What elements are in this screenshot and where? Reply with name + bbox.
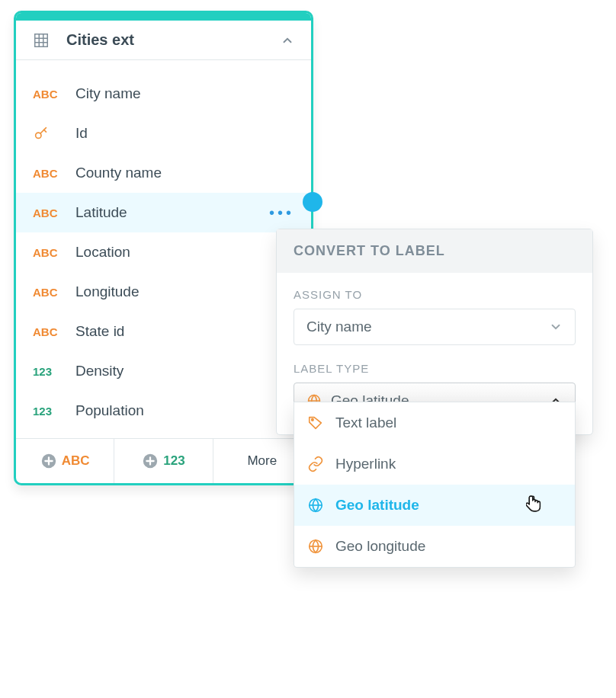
abc-type-icon: ABC xyxy=(33,207,62,219)
footer-123-label: 123 xyxy=(163,453,184,469)
dropdown-option-label: Geo longitude xyxy=(335,538,425,555)
add-abc-button[interactable]: ABC xyxy=(16,439,114,483)
dropdown-option[interactable]: Geo longitude xyxy=(294,526,575,567)
footer-abc-label: ABC xyxy=(62,453,90,469)
field-name-label: Population xyxy=(75,402,294,419)
field-row[interactable]: ABCLocation••• xyxy=(16,232,311,272)
popup-header: CONVERT TO LABEL xyxy=(277,229,592,273)
dropdown-option[interactable]: Geo latitude xyxy=(294,485,575,526)
dropdown-option[interactable]: Hyperlink xyxy=(294,443,575,485)
globe-icon xyxy=(306,538,325,555)
abc-type-icon: ABC xyxy=(33,246,62,259)
key-icon xyxy=(33,125,62,142)
table-icon xyxy=(33,32,50,49)
link-icon xyxy=(306,456,325,472)
assign-to-label: ASSIGN TO xyxy=(294,288,576,301)
panel-title: Cities ext xyxy=(66,31,281,49)
field-row[interactable]: ABCLongitude••• xyxy=(16,272,311,312)
field-name-label: Density xyxy=(75,363,294,379)
field-row[interactable]: ABCLatitude••• xyxy=(16,193,311,232)
connector-dot xyxy=(303,192,322,212)
abc-type-icon: ABC xyxy=(33,325,62,338)
dropdown-option-label: Text label xyxy=(335,415,396,431)
convert-popup: CONVERT TO LABEL ASSIGN TO City name LAB… xyxy=(276,229,593,435)
dropdown-option-label: Geo latitude xyxy=(335,497,419,514)
panel-footer: ABC 123 More xyxy=(16,438,311,483)
field-list: ABCCity name•••Id•••ABCCounty name•••ABC… xyxy=(16,60,311,431)
field-name-label: City name xyxy=(75,85,294,102)
field-name-label: Longitude xyxy=(75,283,294,300)
abc-type-icon: ABC xyxy=(33,167,62,180)
field-name-label: Latitude xyxy=(75,204,269,221)
assign-to-select[interactable]: City name xyxy=(294,309,576,345)
numeric-type-icon: 123 xyxy=(33,365,62,378)
plus-circle-icon xyxy=(40,453,57,469)
chevron-down-icon xyxy=(549,320,563,334)
field-name-label: Id xyxy=(75,125,294,142)
field-row[interactable]: Id••• xyxy=(16,114,311,153)
field-name-label: County name xyxy=(75,165,294,181)
field-row[interactable]: ABCCounty name••• xyxy=(16,153,311,193)
plus-circle-icon xyxy=(142,453,159,469)
field-row[interactable]: 123Density••• xyxy=(16,351,311,391)
field-row[interactable]: ABCState id••• xyxy=(16,312,311,351)
dropdown-option-label: Hyperlink xyxy=(335,456,396,472)
dropdown-option[interactable]: Text label xyxy=(294,402,575,443)
abc-type-icon: ABC xyxy=(33,88,62,101)
field-row[interactable]: ABCCity name••• xyxy=(16,74,311,114)
field-row[interactable]: 123Population••• xyxy=(16,391,311,431)
abc-type-icon: ABC xyxy=(33,286,62,299)
svg-point-13 xyxy=(312,419,313,421)
svg-rect-0 xyxy=(35,34,48,46)
label-type-label: LABEL TYPE xyxy=(294,362,576,375)
panel-header[interactable]: Cities ext xyxy=(16,21,311,60)
globe-icon xyxy=(306,497,325,514)
label-type-dropdown: Text labelHyperlinkGeo latitudeGeo longi… xyxy=(294,402,576,568)
fields-panel: Cities ext ABCCity name•••Id•••ABCCounty… xyxy=(14,11,313,485)
field-name-label: Location xyxy=(75,244,294,261)
tag-icon xyxy=(306,415,325,431)
numeric-type-icon: 123 xyxy=(33,405,62,418)
footer-more-label: More xyxy=(247,453,277,469)
assign-to-value: City name xyxy=(306,319,549,335)
add-123-button[interactable]: 123 xyxy=(114,439,213,483)
chevron-up-icon[interactable] xyxy=(281,34,294,47)
cursor-pointer-icon xyxy=(526,495,543,515)
panel-top-bar xyxy=(16,13,311,21)
field-name-label: State id xyxy=(75,323,294,340)
more-dots-icon[interactable]: ••• xyxy=(269,204,294,222)
